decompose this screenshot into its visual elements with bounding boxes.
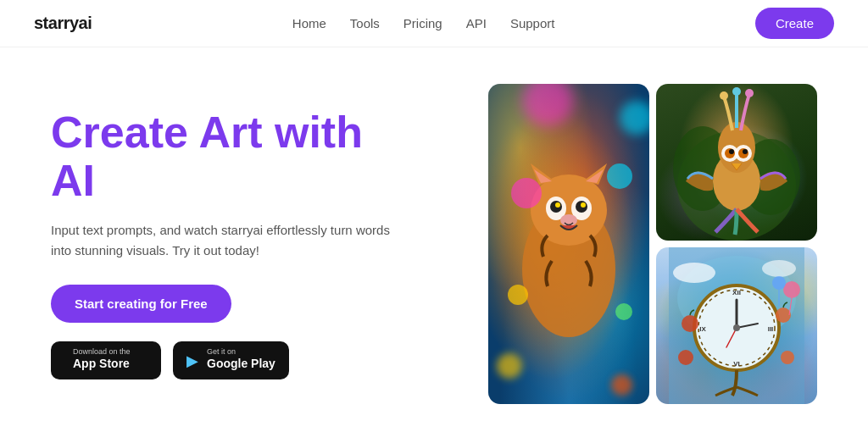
app-store-button[interactable]: Download on the App Store — [51, 341, 161, 379]
hero-subtitle: Input text prompts, and watch starryai e… — [51, 220, 407, 261]
tiger-image — [488, 84, 649, 404]
svg-point-9 — [511, 178, 542, 208]
start-creating-button[interactable]: Start creating for Free — [51, 285, 231, 323]
hero-title: Create Art with AI — [51, 108, 407, 205]
app-store-text: Download on the App Store — [73, 348, 131, 373]
bird-image — [656, 84, 817, 241]
google-play-text: Get it on Google Play — [207, 348, 275, 373]
svg-point-49 — [783, 281, 800, 298]
nav-links: Home Tools Pricing API Support — [292, 16, 555, 30]
google-play-button[interactable]: ▶ Get it on Google Play — [173, 341, 289, 379]
svg-point-7 — [581, 202, 586, 208]
svg-point-1 — [531, 174, 607, 246]
svg-text:VI: VI — [733, 360, 740, 368]
app-store-pre: Download on the — [73, 348, 131, 356]
navbar: starryai Home Tools Pricing API Support … — [0, 0, 868, 47]
google-play-icon: ▶ — [186, 352, 198, 370]
create-button[interactable]: Create — [755, 8, 834, 39]
svg-text:XII: XII — [732, 289, 741, 296]
hero-content: Create Art with AI Input text prompts, a… — [51, 108, 407, 379]
svg-point-24 — [745, 89, 754, 97]
google-play-name: Google Play — [207, 356, 275, 373]
svg-point-46 — [776, 307, 791, 323]
svg-point-6 — [555, 202, 560, 208]
svg-point-22 — [720, 91, 728, 100]
hero-section: Create Art with AI Input text prompts, a… — [0, 47, 868, 432]
nav-pricing[interactable]: Pricing — [403, 16, 442, 30]
svg-point-12 — [615, 303, 632, 320]
google-play-pre: Get it on — [207, 348, 275, 356]
svg-text:IX: IX — [699, 325, 706, 333]
svg-point-48 — [781, 351, 794, 364]
svg-point-44 — [733, 324, 740, 331]
nav-support[interactable]: Support — [510, 16, 555, 30]
svg-point-50 — [772, 276, 786, 290]
tiger-svg — [501, 125, 637, 363]
svg-point-33 — [673, 263, 715, 283]
app-store-name: App Store — [73, 356, 131, 373]
svg-point-11 — [508, 285, 528, 305]
svg-point-45 — [682, 315, 698, 332]
svg-point-23 — [732, 87, 741, 96]
nav-tools[interactable]: Tools — [350, 16, 380, 30]
clock-image: XII III VI IX — [656, 247, 817, 404]
svg-point-47 — [678, 350, 693, 365]
nav-api[interactable]: API — [466, 16, 487, 30]
logo: starryai — [34, 14, 92, 33]
svg-text:III: III — [768, 325, 774, 333]
svg-point-29 — [729, 149, 734, 154]
image-grid: XII III VI IX — [488, 84, 817, 404]
bird-svg — [669, 84, 804, 241]
store-buttons: Download on the App Store ▶ Get it on Go… — [51, 341, 407, 379]
svg-point-10 — [607, 163, 632, 189]
clock-svg: XII III VI IX — [669, 247, 804, 404]
svg-point-30 — [743, 149, 748, 154]
nav-home[interactable]: Home — [292, 16, 326, 30]
svg-point-34 — [762, 260, 796, 277]
